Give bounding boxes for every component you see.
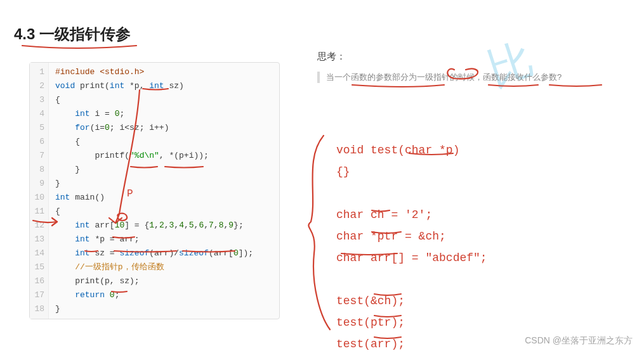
big-brace — [308, 136, 330, 329]
code-token: (arr)/ — [149, 248, 179, 258]
code-token: , — [174, 221, 179, 230]
think-label: 思考： — [317, 51, 631, 63]
code-token: 5 — [189, 221, 194, 230]
line-number: 12 — [30, 219, 44, 233]
code-token: //一级指针p，传给函数 — [75, 262, 164, 272]
code-token: ; — [119, 109, 124, 118]
handwriting-line: test(&ch); — [336, 290, 577, 312]
code-gutter: 123456789101112131415161718 — [30, 63, 49, 319]
code-line: void print(int *p, int sz) — [55, 79, 273, 93]
code-token: 1 — [149, 221, 154, 230]
code-line: print(p, sz); — [55, 274, 273, 288]
code-line: //一级指针p，传给函数 — [55, 260, 273, 274]
code-token: , *(p+i)); — [159, 151, 209, 160]
code-line: } — [55, 302, 273, 316]
line-number: 17 — [30, 288, 44, 302]
handwriting-line: test(ptr); — [336, 312, 577, 333]
line-number: 18 — [30, 302, 44, 316]
code-token: (arr[ — [209, 248, 233, 258]
csdn-watermark: CSDN @坐落于亚洲之东方 — [525, 335, 633, 347]
code-token: , — [184, 221, 189, 230]
code-token: int — [110, 81, 124, 91]
code-token: 2 — [159, 221, 164, 230]
code-line: int main() — [55, 191, 273, 205]
code-token: , — [164, 221, 169, 230]
underline-quote-2 — [489, 85, 538, 86]
line-number: 1 — [30, 65, 44, 79]
code-token: { — [55, 137, 80, 146]
code-token: ; — [115, 290, 120, 300]
underline-title — [22, 46, 136, 48]
think-block: 思考： 当一个函数的参数部分为一级指针的时候，函数能接收什么参数? — [317, 51, 631, 83]
code-token: 0 — [105, 123, 110, 132]
code-token: int — [75, 234, 89, 244]
code-token: (i= — [90, 123, 105, 132]
code-line: for(i=0; i<sz; i++) — [55, 121, 273, 135]
code-line: } — [55, 163, 273, 177]
code-token: { — [55, 207, 60, 216]
code-token: } — [55, 304, 60, 314]
code-token: sz = — [90, 248, 120, 258]
code-line: { — [55, 93, 273, 107]
code-token: "%d\n" — [129, 151, 159, 160]
code-token: 0 — [110, 290, 115, 300]
code-line: } — [55, 177, 273, 191]
code-token: ]); — [239, 248, 253, 258]
code-token: ] = { — [124, 221, 149, 230]
code-token: sizeof — [179, 248, 209, 258]
code-token: 7 — [209, 221, 214, 230]
code-token: }; — [233, 221, 244, 230]
code-token — [55, 290, 75, 300]
handwriting-line: void test(char *p) — [336, 139, 577, 161]
code-token: , — [154, 221, 159, 230]
line-number: 3 — [30, 93, 44, 107]
line-number: 10 — [30, 191, 44, 205]
line-number: 2 — [30, 79, 44, 93]
handwriting-line: char arr[] = "abcdef"; — [336, 247, 577, 269]
line-number: 15 — [30, 260, 44, 274]
code-line: printf("%d\n", *(p+i)); — [55, 149, 273, 163]
code-token — [55, 262, 75, 272]
underline-quote-3 — [549, 85, 601, 86]
code-token — [55, 109, 75, 118]
code-token: ; i<sz; i++) — [110, 123, 169, 132]
code-line: { — [55, 135, 273, 149]
code-token — [55, 248, 75, 258]
code-token: 4 — [179, 221, 184, 230]
handwriting-line — [336, 182, 577, 204]
code-token: 0 — [233, 248, 239, 258]
underline-quote-1 — [352, 85, 444, 87]
code-line: return 0; — [55, 288, 273, 302]
code-token: , — [214, 221, 219, 230]
code-token: print( — [75, 81, 110, 91]
code-token: { — [55, 95, 60, 105]
code-line: int sz = sizeof(arr)/sizeof(arr[0]); — [55, 246, 273, 260]
code-token: 9 — [228, 221, 233, 230]
code-token: arr[ — [90, 221, 115, 230]
code-token: int — [75, 248, 89, 258]
handwriting-line: char *ptr = &ch; — [336, 226, 577, 247]
code-token: , — [204, 221, 209, 230]
think-quote: 当一个函数的参数部分为一级指针的时候，函数能接收什么参数? — [317, 72, 631, 83]
code-token: *p, — [124, 81, 149, 91]
code-block: 123456789101112131415161718 #include <st… — [29, 62, 280, 319]
code-token: int — [55, 193, 70, 202]
page-title: 4.3 一级指针传参 — [14, 24, 131, 44]
code-line: int arr[10] = {1,2,3,4,5,6,7,8,9}; — [55, 219, 273, 233]
code-token: for — [75, 123, 89, 132]
code-token: *p = arr; — [90, 234, 140, 244]
code-token: int — [149, 81, 164, 91]
code-token: void — [55, 81, 75, 91]
code-token — [55, 221, 75, 230]
code-line: int i = 0; — [55, 107, 273, 121]
handwriting-code: void test(char *p){} char ch = '2';char … — [336, 139, 577, 355]
code-line: #include <stdio.h> — [55, 65, 273, 79]
code-token: int — [75, 109, 89, 118]
line-number: 7 — [30, 149, 44, 163]
code-token: printf( — [55, 151, 129, 160]
code-line: int *p = arr; — [55, 233, 273, 246]
line-number: 8 — [30, 163, 44, 177]
handwriting-line — [336, 269, 577, 290]
code-token: sz) — [164, 81, 184, 91]
code-line: { — [55, 205, 273, 219]
